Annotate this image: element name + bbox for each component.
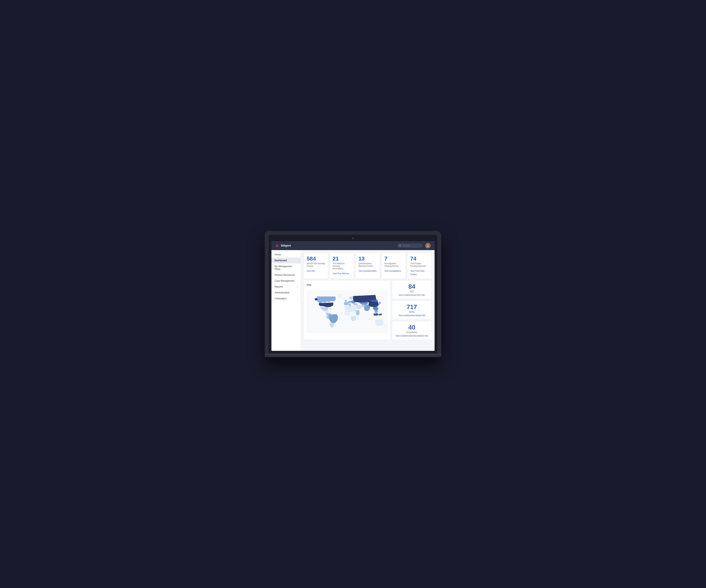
stat-link-investigations[interactable]: View Investigations [384,270,401,272]
header-right [397,243,431,248]
laptop-base [265,353,441,357]
stat-card-questionnaires: 13 Questionnaires Needing Review View Qu… [356,253,380,279]
sidebar-item-case-management-label: Case Management [275,280,295,282]
sidebar-item-reports-label: Reports [275,285,283,288]
stat-card-true-matches: 21 True Matches Needing Remediation View… [330,253,354,279]
avatar-icon [426,244,430,248]
stat-link-third-parties[interactable]: View Third Party Profiles [410,270,425,276]
sidebar-item-campaigns-label: Campaigns [275,297,286,300]
stat-number-investigations: 7 [384,256,403,261]
metric-card-remediation: 40 Remediation View Undetermined Remedia… [392,322,431,340]
main-content: Home Dashboard My Management Plans Revie… [271,250,435,351]
chevron-right-icon: › [297,286,298,288]
stat-label-investigations: Investigations Needing Review [384,262,403,267]
stat-card-monitor-hits: 584 Monitor Hits Needing Review View Hit… [304,253,328,279]
metric-card-gdc: 84 GDC View Undetermined GDC Hits [392,281,431,299]
sidebar-item-management-plans[interactable]: My Management Plans [271,263,301,272]
screen: Diligent [271,241,435,351]
sidebar-item-administration[interactable]: Administration › [271,290,301,296]
metric-card-media: 717 Media View Undetermined Media Hits [392,301,431,320]
app-container: Diligent [271,241,435,351]
avatar [425,243,431,248]
stat-number-monitor-hits: 584 [307,256,325,261]
stat-label-questionnaires: Questionnaires Needing Review [358,262,377,267]
sidebar-item-home-label: Home [275,253,281,256]
logo-text: Diligent [281,244,291,247]
screen-bezel: Diligent [269,235,437,353]
stat-number-questionnaires: 13 [358,256,377,261]
metric-link-gdc[interactable]: View Undetermined GDC Hits [395,294,429,296]
chevron-right-icon: › [297,298,298,299]
sidebar-item-case-management[interactable]: Case Management [271,278,301,284]
page-area: 584 Monitor Hits Needing Review View Hit… [301,250,435,351]
metric-label-gdc: GDC [395,290,429,293]
sidebar-item-campaigns[interactable]: Campaigns › [271,296,301,301]
sidebar-item-review-disclosures[interactable]: Review Disclosures [271,272,301,278]
sidebar-item-reports[interactable]: Reports › [271,284,301,290]
laptop-container: Diligent [265,231,441,357]
map-card: Map [304,281,390,340]
logo-area: Diligent [275,244,291,248]
map-container [307,288,388,335]
stat-label-true-matches: True Matches Needing Remediation [332,262,351,270]
stat-link-monitor-hits[interactable]: View Hits [307,270,315,272]
sidebar-item-administration-label: Administration [275,291,289,294]
chevron-right-icon: › [297,292,298,294]
metric-label-remediation: Remediation [395,331,429,333]
search-wrapper [397,243,423,248]
bottom-section: Map [304,281,431,340]
stat-number-third-parties: 74 [410,256,429,261]
sidebar-item-management-plans-label: My Management Plans [275,265,298,270]
sidebar-item-dashboard-label: Dashboard [275,259,287,262]
svg-rect-7 [331,309,332,309]
metric-number-media: 717 [395,304,429,310]
sidebar-item-home[interactable]: Home [271,252,301,257]
metric-label-media: Media [395,311,429,313]
stat-card-investigations: 7 Investigations Needing Review View Inv… [382,253,405,279]
stat-number-true-matches: 21 [332,256,351,261]
world-map-svg [307,288,388,335]
sidebar: Home Dashboard My Management Plans Revie… [271,250,301,351]
svg-rect-6 [329,308,331,309]
diligent-logo-icon [275,244,279,248]
metric-number-gdc: 84 [395,284,429,290]
sidebar-item-review-disclosures-label: Review Disclosures [275,274,295,276]
map-title: Map [307,284,388,286]
search-input[interactable] [397,243,423,248]
right-metric-cards: 84 GDC View Undetermined GDC Hits 717 Me… [392,281,431,340]
stat-card-third-parties: 74 Third Parties Pending Approval View T… [407,253,431,279]
stats-grid: 584 Monitor Hits Needing Review View Hit… [304,253,431,279]
sidebar-item-dashboard[interactable]: Dashboard [271,257,301,263]
metric-link-media[interactable]: View Undetermined Media Hits [395,314,429,317]
stat-label-third-parties: Third Parties Pending Approval [410,262,429,267]
stat-label-monitor-hits: Monitor Hits Needing Review [307,262,325,267]
svg-point-4 [427,245,429,246]
stat-link-true-matches[interactable]: View True Matches [332,272,349,275]
metric-number-remediation: 40 [395,324,429,331]
metric-link-remediation[interactable]: View Undetermined Remediation Hits [395,335,429,337]
stat-link-questionnaires[interactable]: View Questionnaires [358,270,377,272]
header: Diligent [271,241,435,250]
svg-marker-1 [277,244,279,247]
